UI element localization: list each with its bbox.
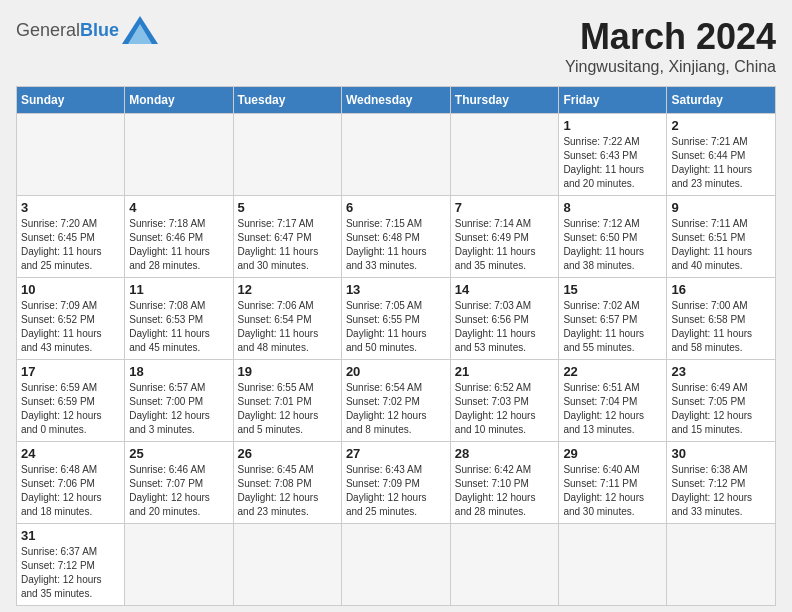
day-info: Sunrise: 7:18 AM Sunset: 6:46 PM Dayligh… [129,217,228,273]
day-number: 26 [238,446,337,461]
day-info: Sunrise: 7:17 AM Sunset: 6:47 PM Dayligh… [238,217,337,273]
calendar-cell: 20Sunrise: 6:54 AM Sunset: 7:02 PM Dayli… [341,360,450,442]
calendar-cell: 8Sunrise: 7:12 AM Sunset: 6:50 PM Daylig… [559,196,667,278]
month-title: March 2024 [565,16,776,58]
title-area: March 2024 Yingwusitang, Xinjiang, China [565,16,776,76]
logo-icon [122,16,158,44]
calendar-cell [125,114,233,196]
calendar-cell: 23Sunrise: 6:49 AM Sunset: 7:05 PM Dayli… [667,360,776,442]
day-number: 30 [671,446,771,461]
day-number: 1 [563,118,662,133]
logo: General Blue [16,16,158,44]
week-row-5: 24Sunrise: 6:48 AM Sunset: 7:06 PM Dayli… [17,442,776,524]
day-number: 31 [21,528,120,543]
day-info: Sunrise: 7:14 AM Sunset: 6:49 PM Dayligh… [455,217,555,273]
day-number: 11 [129,282,228,297]
day-info: Sunrise: 6:40 AM Sunset: 7:11 PM Dayligh… [563,463,662,519]
location-title: Yingwusitang, Xinjiang, China [565,58,776,76]
day-info: Sunrise: 6:45 AM Sunset: 7:08 PM Dayligh… [238,463,337,519]
calendar-cell: 6Sunrise: 7:15 AM Sunset: 6:48 PM Daylig… [341,196,450,278]
day-number: 10 [21,282,120,297]
day-info: Sunrise: 6:46 AM Sunset: 7:07 PM Dayligh… [129,463,228,519]
day-info: Sunrise: 7:15 AM Sunset: 6:48 PM Dayligh… [346,217,446,273]
day-number: 3 [21,200,120,215]
day-info: Sunrise: 6:43 AM Sunset: 7:09 PM Dayligh… [346,463,446,519]
day-number: 22 [563,364,662,379]
calendar-cell [341,524,450,606]
calendar-cell: 9Sunrise: 7:11 AM Sunset: 6:51 PM Daylig… [667,196,776,278]
calendar-cell [17,114,125,196]
day-info: Sunrise: 6:42 AM Sunset: 7:10 PM Dayligh… [455,463,555,519]
day-info: Sunrise: 6:38 AM Sunset: 7:12 PM Dayligh… [671,463,771,519]
calendar-cell [125,524,233,606]
day-info: Sunrise: 6:51 AM Sunset: 7:04 PM Dayligh… [563,381,662,437]
calendar-cell: 29Sunrise: 6:40 AM Sunset: 7:11 PM Dayli… [559,442,667,524]
day-number: 29 [563,446,662,461]
day-number: 2 [671,118,771,133]
day-number: 19 [238,364,337,379]
day-number: 27 [346,446,446,461]
day-number: 23 [671,364,771,379]
calendar-cell [667,524,776,606]
day-number: 14 [455,282,555,297]
day-info: Sunrise: 6:55 AM Sunset: 7:01 PM Dayligh… [238,381,337,437]
day-number: 12 [238,282,337,297]
calendar-cell: 13Sunrise: 7:05 AM Sunset: 6:55 PM Dayli… [341,278,450,360]
day-number: 17 [21,364,120,379]
day-info: Sunrise: 6:37 AM Sunset: 7:12 PM Dayligh… [21,545,120,601]
calendar-table: SundayMondayTuesdayWednesdayThursdayFrid… [16,86,776,606]
calendar-cell: 3Sunrise: 7:20 AM Sunset: 6:45 PM Daylig… [17,196,125,278]
calendar-cell: 2Sunrise: 7:21 AM Sunset: 6:44 PM Daylig… [667,114,776,196]
day-info: Sunrise: 6:57 AM Sunset: 7:00 PM Dayligh… [129,381,228,437]
calendar-cell: 17Sunrise: 6:59 AM Sunset: 6:59 PM Dayli… [17,360,125,442]
week-row-6: 31Sunrise: 6:37 AM Sunset: 7:12 PM Dayli… [17,524,776,606]
calendar-cell: 27Sunrise: 6:43 AM Sunset: 7:09 PM Dayli… [341,442,450,524]
day-info: Sunrise: 6:54 AM Sunset: 7:02 PM Dayligh… [346,381,446,437]
day-header-friday: Friday [559,87,667,114]
calendar-cell [233,524,341,606]
calendar-cell [559,524,667,606]
day-header-sunday: Sunday [17,87,125,114]
day-info: Sunrise: 7:08 AM Sunset: 6:53 PM Dayligh… [129,299,228,355]
day-info: Sunrise: 7:11 AM Sunset: 6:51 PM Dayligh… [671,217,771,273]
calendar-cell: 12Sunrise: 7:06 AM Sunset: 6:54 PM Dayli… [233,278,341,360]
day-number: 20 [346,364,446,379]
calendar-cell: 19Sunrise: 6:55 AM Sunset: 7:01 PM Dayli… [233,360,341,442]
week-row-2: 3Sunrise: 7:20 AM Sunset: 6:45 PM Daylig… [17,196,776,278]
calendar-cell: 24Sunrise: 6:48 AM Sunset: 7:06 PM Dayli… [17,442,125,524]
calendar-cell: 4Sunrise: 7:18 AM Sunset: 6:46 PM Daylig… [125,196,233,278]
day-number: 15 [563,282,662,297]
day-info: Sunrise: 7:03 AM Sunset: 6:56 PM Dayligh… [455,299,555,355]
day-number: 18 [129,364,228,379]
calendar-cell [233,114,341,196]
week-row-1: 1Sunrise: 7:22 AM Sunset: 6:43 PM Daylig… [17,114,776,196]
day-number: 28 [455,446,555,461]
day-info: Sunrise: 7:05 AM Sunset: 6:55 PM Dayligh… [346,299,446,355]
calendar-cell: 21Sunrise: 6:52 AM Sunset: 7:03 PM Dayli… [450,360,559,442]
calendar-cell: 18Sunrise: 6:57 AM Sunset: 7:00 PM Dayli… [125,360,233,442]
day-info: Sunrise: 7:00 AM Sunset: 6:58 PM Dayligh… [671,299,771,355]
calendar-cell: 7Sunrise: 7:14 AM Sunset: 6:49 PM Daylig… [450,196,559,278]
calendar-header-row: SundayMondayTuesdayWednesdayThursdayFrid… [17,87,776,114]
day-header-thursday: Thursday [450,87,559,114]
day-number: 6 [346,200,446,215]
logo-blue-text: Blue [80,20,119,41]
week-row-3: 10Sunrise: 7:09 AM Sunset: 6:52 PM Dayli… [17,278,776,360]
day-info: Sunrise: 7:02 AM Sunset: 6:57 PM Dayligh… [563,299,662,355]
day-info: Sunrise: 7:20 AM Sunset: 6:45 PM Dayligh… [21,217,120,273]
day-number: 13 [346,282,446,297]
day-number: 24 [21,446,120,461]
day-header-tuesday: Tuesday [233,87,341,114]
calendar-cell: 14Sunrise: 7:03 AM Sunset: 6:56 PM Dayli… [450,278,559,360]
calendar-cell: 31Sunrise: 6:37 AM Sunset: 7:12 PM Dayli… [17,524,125,606]
day-info: Sunrise: 6:52 AM Sunset: 7:03 PM Dayligh… [455,381,555,437]
day-info: Sunrise: 7:12 AM Sunset: 6:50 PM Dayligh… [563,217,662,273]
calendar-cell: 30Sunrise: 6:38 AM Sunset: 7:12 PM Dayli… [667,442,776,524]
day-number: 9 [671,200,771,215]
week-row-4: 17Sunrise: 6:59 AM Sunset: 6:59 PM Dayli… [17,360,776,442]
day-info: Sunrise: 7:09 AM Sunset: 6:52 PM Dayligh… [21,299,120,355]
day-info: Sunrise: 6:49 AM Sunset: 7:05 PM Dayligh… [671,381,771,437]
day-number: 16 [671,282,771,297]
calendar-cell: 15Sunrise: 7:02 AM Sunset: 6:57 PM Dayli… [559,278,667,360]
day-info: Sunrise: 6:48 AM Sunset: 7:06 PM Dayligh… [21,463,120,519]
